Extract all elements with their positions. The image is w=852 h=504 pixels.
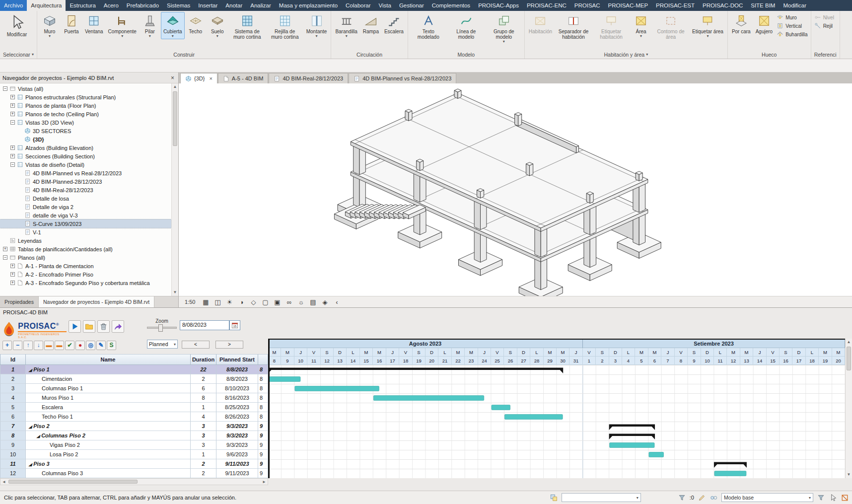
tool-suelo[interactable]: Suelo▾ [207,12,228,39]
tool-muro[interactable]: Muro▾ [39,12,61,39]
play-simulation-button[interactable] [69,320,81,333]
zoom-slider[interactable] [147,327,177,329]
editable-only-icon[interactable] [698,494,706,502]
tool-componente[interactable]: Componente▾ [106,12,139,39]
sun-path-icon[interactable]: ☀ [225,298,233,306]
view-tab-a-5-4d-bim[interactable]: A-5 - 4D BIM [218,73,269,83]
expand-icon[interactable]: + [10,281,15,285]
tool-puerta[interactable]: Puerta [61,12,82,35]
expand-icon[interactable]: + [10,103,15,108]
tool-montante[interactable]: Montante▾ [304,12,330,39]
ribbon-tab-arquitectura[interactable]: Arquitectura [27,0,66,11]
scroll-right-icon[interactable]: ► [261,480,268,484]
expand-icon[interactable]: + [10,95,15,99]
tool-por-cara[interactable]: Por cara [729,12,753,35]
tool-modificar[interactable]: Modificar [1,12,32,38]
scrollbar-thumb[interactable] [8,480,138,484]
shadows-icon[interactable]: ◑ [237,298,245,306]
tree-scrollbar[interactable]: ▲ ▼ [171,83,178,296]
table-horizontal-scrollbar[interactable]: ◄ ► [0,478,268,485]
collapse-triangle-icon[interactable]: ◢ [29,462,32,467]
edit-button[interactable]: ✎ [96,341,106,350]
ribbon-tab-analizar[interactable]: Analizar [246,0,275,11]
collapse-icon[interactable]: − [3,86,7,91]
task-row-piso-2[interactable]: 7◢Piso 239/3/20239 [0,422,268,431]
remove-task-button[interactable]: − [13,341,22,350]
date-input[interactable]: 8/08/2023 [180,320,229,330]
tree-item-planos-all[interactable]: −Planos (all) [0,253,171,262]
scroll-up-icon[interactable]: ▲ [846,339,852,346]
filter-icon[interactable] [678,494,686,502]
tree-item-alzados-building-elevation[interactable]: +Alzados (Building Elevation) [0,144,171,152]
move-down-button[interactable]: ↓ [34,341,43,350]
ribbon-tab-proisac[interactable]: PROISAC [570,0,604,11]
ribbon-tab-estructura[interactable]: Estructura [66,0,99,11]
view-tab-3d[interactable]: {3D}× [180,73,217,83]
tool-separador-de-habitaci-n[interactable]: Separador de habitación [555,12,592,41]
tree-item-4d-bim-real-28-12-2023[interactable]: 4D BIM-Real-28/12/2023 [0,186,171,194]
tree-item-tablas-de-planificaci-n-cantidades-all[interactable]: +Tablas de planificación/Cantidades (all… [0,245,171,253]
tool-rejil[interactable]: Rejil [814,22,834,29]
expand-icon[interactable]: + [10,145,15,150]
tree-item-detalle-de-viga-2[interactable]: Detalle de viga 2 [0,203,171,211]
ribbon-tab-masa-y-emplazamiento[interactable]: Masa y emplazamiento [275,0,342,11]
ribbon-tab-archivo[interactable]: Archivo [0,0,27,11]
task-row-muros-piso-1[interactable]: 4Muros Piso 188/16/20238 [0,393,268,403]
task-row-vigas-piso-2[interactable]: 9Vigas Piso 239/3/20239 [0,440,268,450]
scrollbar-thumb[interactable] [847,347,851,370]
expand-icon[interactable]: + [10,272,15,277]
tree-item-4d-bim-planned-vs-real-28-12-2023[interactable]: 4D BIM-Planned vs Real-28/12/2023 [0,169,171,177]
confirm-button[interactable]: ✔ [65,341,74,350]
tool-sistema-de-muro-cortina[interactable]: Sistema de muro cortina [228,12,266,41]
prev-day-button[interactable]: < [182,341,210,349]
rendering-icon[interactable]: ◇ [249,298,257,306]
tree-item-a-3-encofrado-segundo-piso-y-cobertura-met-lica[interactable]: +A-3 - Encofrado Segundo Piso y cobertur… [0,279,171,287]
ribbon-tab-vista[interactable]: Vista [375,0,395,11]
tree-item-planos-estructurales-structural-plan[interactable]: +Planos estructurales (Structural Plan) [0,93,171,101]
temporary-hide-icon[interactable]: ∞ [285,298,293,306]
view-tab-4d-bim-planned-vs-real-28-12-2023[interactable]: 4D BIM-Planned vs Real-28/12/2023 [349,73,456,83]
task-row-piso-1[interactable]: 1◢Piso 1228/8/20238 [0,365,268,374]
ribbon-tab-complementos[interactable]: Complementos [428,0,474,11]
tool-cubierta[interactable]: Cubierta▾ [161,12,185,39]
export-button[interactable] [112,320,124,333]
active-workset-select[interactable]: ▾ [562,493,641,502]
collapse-icon[interactable]: − [10,120,15,125]
record-button[interactable]: ● [75,341,85,350]
task-row-losa-piso-2[interactable]: 10Losa Piso 219/6/20239 [0,450,268,459]
ribbon-tab-acero[interactable]: Acero [100,0,123,11]
task-row-piso-3[interactable]: 11◢Piso 329/11/20239 [0,459,268,469]
scrollbar-thumb[interactable] [173,91,177,146]
ribbon-tab-proisac-enc[interactable]: PROISAC-ENC [523,0,570,11]
column-header-id[interactable]: Id [0,354,26,365]
tool-vertical[interactable]: Vertical [777,22,807,29]
ribbon-tab-proisac-mep[interactable]: PROISAC-MEP [604,0,652,11]
tree-item-3d[interactable]: {3D} [0,135,171,144]
open-button[interactable] [83,320,95,333]
collapse-triangle-icon[interactable]: ◢ [29,425,32,429]
tree-item-v-1[interactable]: V-1 [0,228,171,236]
design-option-select[interactable]: Modelo base▾ [721,493,813,502]
tool-buhardilla[interactable]: Buhardilla [777,31,807,38]
crop-region-icon[interactable]: ▢ [261,298,269,306]
gantt-chart[interactable] [268,365,845,478]
tree-item-vistas-de-dise-o-detail[interactable]: −Vistas de diseño (Detail) [0,160,171,169]
view-tab-4d-bim-real-28-12-2023[interactable]: 4D BIM-Real-28/12/2023 [269,73,348,83]
panel-tab-navegador-de-proyectos-ejemplo-4d-bim-rvt[interactable]: Navegador de proyectos - Ejemplo 4D BIM.… [39,296,154,307]
outdent-button[interactable]: ▬ [55,341,64,350]
expand-icon[interactable]: + [10,154,15,158]
tree-item-leyendas[interactable]: Leyendas [0,236,171,245]
drawing-area[interactable] [179,83,852,296]
ribbon-tab-site-bim[interactable]: SITE BIM [747,0,779,11]
detail-level-icon[interactable]: ▦ [202,298,210,306]
tree-item-4d-bim-planned-28-12-2023[interactable]: 4D BIM-Planned-28/12/2023 [0,177,171,186]
task-row-columnas-piso-1[interactable]: 3Columnas Piso 168/10/20238 [0,384,268,393]
tool-techo[interactable]: Techo [185,12,207,35]
scroll-left-icon[interactable]: ◄ [0,480,7,484]
ribbon-tab-anotar[interactable]: Anotar [221,0,246,11]
ribbon-tab-insertar[interactable]: Insertar [194,0,221,11]
tool-grupo-de-modelo[interactable]: Grupo de modelo▾ [485,12,523,45]
tool-l-nea-de-modelo[interactable]: Línea de modelo [447,12,485,41]
scale-button[interactable]: 1:50 [182,298,198,305]
tool-ventana[interactable]: Ventana [82,12,106,35]
